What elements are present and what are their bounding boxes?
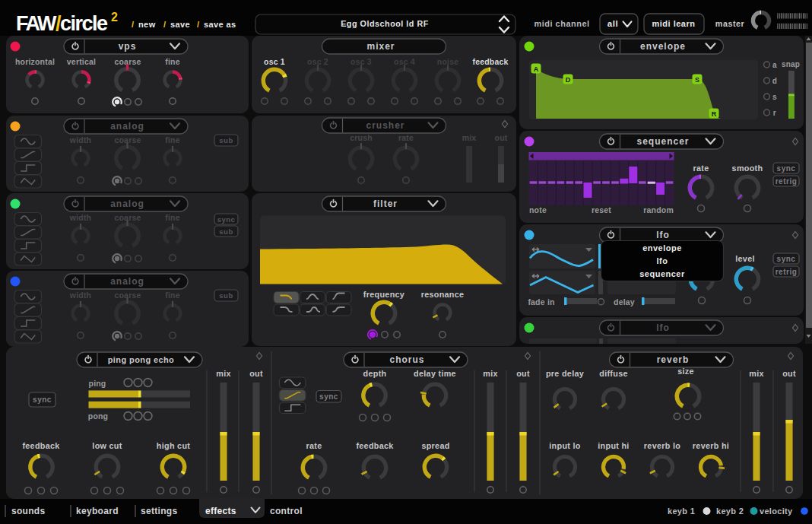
- svg-text:horizontal: horizontal: [15, 57, 55, 66]
- svg-text:keyboard: keyboard: [76, 506, 119, 516]
- svg-text:sub: sub: [219, 227, 233, 236]
- svg-text:feedback: feedback: [22, 441, 60, 450]
- svg-text:sync: sync: [217, 215, 236, 224]
- svg-text:fade in: fade in: [528, 297, 554, 306]
- svg-text:analog: analog: [110, 121, 144, 132]
- svg-text:lfo: lfo: [657, 256, 668, 265]
- svg-text:retrig: retrig: [776, 268, 798, 276]
- svg-text:settings: settings: [141, 506, 177, 516]
- svg-text:ping: ping: [89, 379, 106, 388]
- svg-text:/: /: [163, 20, 166, 29]
- svg-text:width: width: [69, 291, 91, 300]
- svg-text:crush: crush: [350, 133, 373, 142]
- svg-text:rate: rate: [693, 164, 709, 173]
- svg-text:A: A: [534, 65, 539, 73]
- svg-text:vertical: vertical: [67, 57, 96, 66]
- svg-text:lfo: lfo: [656, 322, 670, 333]
- svg-text:save: save: [170, 20, 190, 29]
- svg-text:frequency: frequency: [363, 290, 404, 299]
- svg-text:envelope: envelope: [642, 243, 682, 252]
- svg-text:resonance: resonance: [421, 290, 465, 299]
- svg-text:R: R: [712, 110, 717, 118]
- svg-text:D: D: [566, 76, 571, 84]
- svg-text:sync: sync: [33, 395, 52, 404]
- svg-text:sounds: sounds: [11, 506, 45, 516]
- svg-text:width: width: [69, 135, 91, 144]
- svg-text:new: new: [138, 20, 156, 29]
- svg-text:feedback: feedback: [356, 441, 394, 450]
- svg-text:sequencer: sequencer: [639, 269, 685, 278]
- svg-text:velocity: velocity: [760, 507, 793, 516]
- svg-text:vps: vps: [119, 41, 137, 52]
- svg-text:filter: filter: [373, 198, 398, 209]
- svg-text:keyb 2: keyb 2: [716, 507, 744, 516]
- svg-text:out: out: [249, 369, 263, 378]
- svg-text:midi learn: midi learn: [652, 19, 696, 28]
- svg-text:rate: rate: [306, 441, 322, 450]
- svg-text:chorus: chorus: [389, 354, 424, 365]
- svg-text:mixer: mixer: [366, 41, 395, 52]
- svg-text:reverb lo: reverb lo: [644, 441, 680, 450]
- svg-text:rate: rate: [398, 133, 414, 142]
- svg-text:out: out: [516, 369, 530, 378]
- svg-text:diffuse: diffuse: [599, 369, 628, 378]
- svg-text:reverb: reverb: [657, 354, 690, 365]
- svg-text:/: /: [132, 20, 134, 29]
- svg-text:reverb hi: reverb hi: [693, 441, 729, 450]
- svg-text:delay time: delay time: [414, 369, 456, 378]
- svg-text:random: random: [643, 205, 674, 214]
- svg-text:mix: mix: [216, 369, 231, 378]
- svg-text:sub: sub: [219, 291, 233, 300]
- svg-text:save as: save as: [204, 20, 236, 29]
- svg-text:fine: fine: [165, 213, 179, 222]
- svg-text:pong: pong: [88, 411, 108, 421]
- svg-text:low cut: low cut: [92, 441, 122, 450]
- svg-text:r: r: [773, 109, 776, 117]
- svg-text:keyb 1: keyb 1: [668, 507, 695, 516]
- svg-text:fine: fine: [165, 135, 179, 144]
- svg-text:input lo: input lo: [549, 441, 580, 450]
- svg-text:out: out: [495, 133, 508, 142]
- svg-text:input hi: input hi: [598, 441, 629, 450]
- svg-text:width: width: [69, 213, 91, 222]
- svg-text:level: level: [735, 254, 755, 263]
- svg-text:Egg Oldschool ld RF: Egg Oldschool ld RF: [341, 19, 429, 28]
- svg-text:retrig: retrig: [776, 177, 798, 186]
- svg-text:s: s: [772, 93, 777, 101]
- svg-text:sync: sync: [777, 255, 796, 263]
- svg-text:spread: spread: [421, 441, 449, 450]
- svg-text:snap: snap: [782, 60, 800, 68]
- svg-text:effects: effects: [205, 506, 236, 516]
- svg-text:/: /: [197, 20, 199, 29]
- svg-text:a: a: [772, 61, 777, 69]
- svg-text:S: S: [695, 76, 699, 84]
- svg-text:analog: analog: [110, 276, 144, 287]
- svg-text:FAW/circle: FAW/circle: [16, 12, 108, 35]
- svg-text:sync: sync: [319, 392, 338, 401]
- svg-text:lfo: lfo: [656, 230, 670, 240]
- svg-text:pre delay: pre delay: [546, 369, 584, 378]
- svg-text:fine: fine: [165, 57, 179, 66]
- svg-text:smooth: smooth: [732, 164, 763, 173]
- svg-text:crusher: crusher: [366, 120, 404, 131]
- svg-text:ping pong echo: ping pong echo: [108, 355, 174, 364]
- svg-text:depth: depth: [363, 369, 387, 378]
- svg-text:delay: delay: [614, 297, 635, 306]
- svg-text:all: all: [607, 19, 618, 28]
- svg-text:sequencer: sequencer: [636, 136, 689, 147]
- svg-text:high cut: high cut: [157, 441, 190, 450]
- svg-text:envelope: envelope: [640, 41, 686, 52]
- svg-text:2: 2: [111, 11, 118, 24]
- svg-text:mix: mix: [749, 369, 764, 378]
- svg-text:master: master: [715, 19, 745, 28]
- svg-text:out: out: [782, 369, 796, 378]
- svg-text:mix: mix: [483, 369, 498, 378]
- svg-text:d: d: [772, 77, 778, 85]
- svg-text:osc 1: osc 1: [264, 57, 285, 66]
- svg-text:note: note: [529, 205, 547, 214]
- svg-text:control: control: [270, 506, 303, 516]
- svg-text:size: size: [677, 367, 694, 376]
- svg-text:sub: sub: [219, 136, 233, 144]
- svg-text:midi channel: midi channel: [534, 19, 589, 28]
- svg-text:sync: sync: [777, 164, 796, 173]
